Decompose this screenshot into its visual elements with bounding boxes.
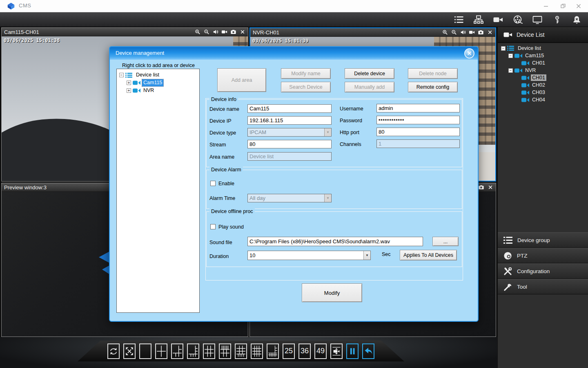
panel-device-group[interactable]: Device group	[498, 232, 588, 248]
alarm-time-select[interactable]: All day▼	[247, 194, 332, 202]
expand-icon[interactable]	[127, 81, 131, 85]
modify-name-button[interactable]: Modify name	[281, 68, 331, 79]
audio-icon[interactable]	[212, 29, 218, 35]
duration-label: Duration	[209, 254, 229, 259]
device-list-panel-header[interactable]: Device List	[498, 27, 588, 43]
dialog-close-button[interactable]: ✕	[464, 48, 474, 58]
close-icon[interactable]	[487, 184, 493, 191]
panel-tool[interactable]: Tool	[498, 279, 588, 294]
panel-ptz[interactable]: PTZ	[498, 248, 588, 263]
area-name-input[interactable]	[247, 152, 332, 161]
snapshot-icon[interactable]	[230, 29, 236, 35]
panel-configuration[interactable]: Configuration	[498, 263, 588, 279]
device-type-label: Device type	[209, 130, 236, 136]
camera-icon	[133, 88, 140, 94]
monitor-toolbar-icon[interactable]	[532, 14, 543, 25]
layout-10-icon[interactable]	[219, 343, 231, 359]
restore-button[interactable]	[557, 2, 569, 11]
layout-8-icon[interactable]	[187, 343, 199, 359]
record-icon[interactable]	[221, 29, 227, 35]
tree-node-nvr[interactable]: NVR	[498, 67, 588, 74]
pause-button[interactable]	[346, 343, 359, 359]
device-list-toolbar-icon[interactable]	[453, 14, 465, 25]
manually-add-button[interactable]: Manually add	[345, 82, 394, 92]
dialog-tree-node-nvr[interactable]: NVR	[117, 87, 199, 94]
layout-4-icon[interactable]	[155, 343, 167, 359]
delete-device-button[interactable]: Delete device	[345, 68, 394, 79]
layout-13-icon[interactable]	[235, 343, 247, 359]
layout-9-icon[interactable]	[203, 343, 215, 359]
close-window-button[interactable]	[572, 2, 585, 11]
dialog-tree-node-device-list[interactable]: Device list	[117, 71, 199, 79]
tree-node-nvr-ch04[interactable]: CH04	[498, 96, 588, 103]
snapshot-icon[interactable]	[478, 29, 484, 36]
fullscreen-icon[interactable]	[123, 343, 136, 359]
remote-config-button[interactable]: Remote config	[408, 82, 458, 92]
device-ip-input[interactable]	[247, 116, 332, 125]
applies-to-all-devices-button[interactable]: Applies To All Devices	[400, 250, 457, 260]
add-area-button[interactable]: Add area	[217, 68, 266, 92]
stream-input[interactable]	[247, 140, 332, 148]
layout-count-36-button[interactable]: 36	[298, 343, 311, 359]
collapse-icon[interactable]	[508, 54, 513, 58]
dialog-tree-node-cam115[interactable]: Cam115	[117, 79, 199, 87]
sec-label: Sec	[382, 251, 391, 257]
back-button[interactable]	[362, 343, 374, 359]
zoom-out-icon[interactable]	[451, 29, 457, 36]
browse-sound-button[interactable]: ...	[432, 237, 459, 246]
snapshot-icon[interactable]	[478, 184, 484, 191]
tree-node-device-list[interactable]: Device list	[498, 45, 588, 52]
sidebar: Device List Device list Cam115 CH01 NVR …	[497, 27, 588, 368]
topology-toolbar-icon[interactable]	[473, 14, 484, 25]
channels-input[interactable]	[376, 139, 460, 148]
close-icon[interactable]	[487, 29, 493, 36]
device-name-input[interactable]	[247, 104, 332, 113]
sound-file-input[interactable]	[247, 237, 423, 246]
key-toolbar-icon[interactable]	[551, 14, 563, 25]
password-input[interactable]	[376, 116, 460, 124]
collapse-icon[interactable]	[508, 68, 513, 73]
collapse-icon[interactable]	[501, 46, 506, 51]
device-name-label: Device name	[209, 106, 239, 112]
zoom-in-icon[interactable]	[194, 29, 200, 35]
playback-reel-toolbar-icon[interactable]	[512, 14, 523, 25]
tree-node-nvr-ch02[interactable]: CH02	[498, 81, 588, 89]
zoom-in-icon[interactable]	[442, 29, 448, 36]
search-device-button[interactable]: Search Device	[281, 82, 331, 92]
camera-toolbar-icon[interactable]	[492, 14, 504, 25]
device-type-select[interactable]: IPCAM▼	[247, 128, 332, 137]
http-port-input[interactable]	[376, 128, 460, 136]
audio-icon[interactable]	[460, 29, 466, 36]
play-sound-checkbox[interactable]	[210, 224, 216, 229]
cycle-icon[interactable]	[107, 343, 120, 359]
layout-1-icon[interactable]	[139, 343, 151, 359]
delete-node-button[interactable]: Delete node	[408, 68, 458, 79]
duration-combobox[interactable]: 10▼	[247, 251, 371, 260]
dialog-titlebar[interactable]: Device management	[110, 47, 478, 60]
collapse-icon[interactable]	[119, 73, 124, 77]
tree-node-nvr-ch01[interactable]: CH01	[498, 74, 588, 81]
alarm-enable-checkbox[interactable]	[210, 181, 216, 186]
tool-wrench-icon	[503, 283, 512, 291]
top-toolbar	[0, 12, 588, 27]
layout-count-25-button[interactable]: 25	[283, 343, 295, 359]
tree-node-nvr-ch03[interactable]: CH03	[498, 89, 588, 96]
minimize-button[interactable]	[540, 2, 552, 11]
username-input[interactable]	[376, 104, 460, 112]
expand-icon[interactable]	[127, 88, 131, 93]
alarm-bell-x-toolbar-icon[interactable]	[571, 14, 582, 25]
record-icon[interactable]	[469, 29, 475, 36]
layout-25-mixed-icon[interactable]	[267, 343, 279, 359]
modify-button[interactable]: Modify	[302, 283, 362, 302]
layout-16-icon[interactable]	[251, 343, 263, 359]
close-icon[interactable]	[239, 29, 245, 35]
device-alarm-legend: Device Alarm	[209, 167, 243, 173]
stream-label: Stream	[209, 142, 226, 148]
layout-count-49-button[interactable]: 49	[314, 343, 327, 359]
zoom-out-icon[interactable]	[203, 29, 209, 35]
fit-stretch-icon[interactable]	[330, 343, 343, 359]
layout-6-icon[interactable]	[171, 343, 183, 359]
tree-node-cam115[interactable]: Cam115	[498, 52, 588, 59]
video-window-1-title: Cam115-CH01	[4, 29, 194, 35]
tree-node-cam115-ch01[interactable]: CH01	[498, 59, 588, 67]
